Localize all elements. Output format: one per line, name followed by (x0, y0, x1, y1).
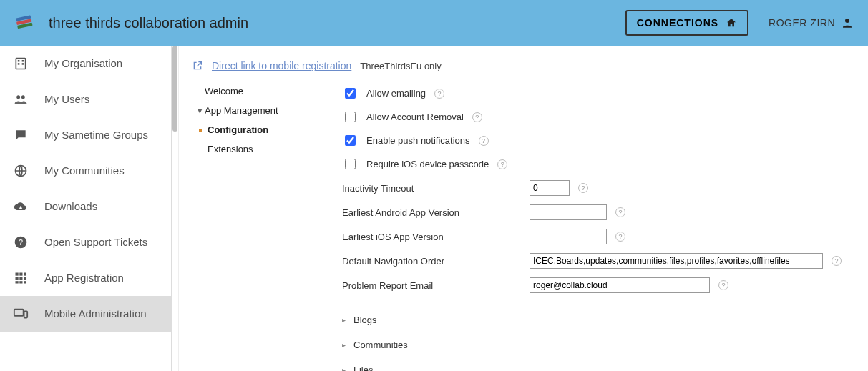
svg-rect-22 (24, 281, 26, 283)
help-icon[interactable]: ? (472, 112, 482, 122)
inactivity-timeout-input[interactable] (530, 180, 570, 196)
chevron-right-icon: ▸ (342, 316, 348, 324)
svg-point-3 (845, 19, 849, 23)
connections-button[interactable]: CONNECTIONS (625, 10, 748, 36)
svg-rect-16 (24, 273, 26, 276)
enable-push-checkbox[interactable] (345, 135, 356, 146)
svg-rect-17 (16, 277, 19, 280)
earliest-android-input[interactable] (530, 204, 607, 220)
sidebar-item-label: App Registration (44, 272, 124, 285)
svg-rect-4 (16, 59, 25, 69)
require-passcode-checkbox[interactable] (345, 159, 356, 169)
help-icon[interactable]: ? (578, 183, 588, 193)
field-label: Require iOS device passcode (366, 159, 489, 169)
svg-rect-7 (18, 63, 19, 65)
field-label: Earliest Android App Version (342, 207, 521, 218)
row-earliest-android: Earliest Android App Version ? (342, 200, 855, 224)
field-label: Earliest iOS App Version (342, 232, 521, 242)
app-header: three thirds collaboration admin CONNECT… (0, 0, 868, 46)
tree-item-app-management[interactable]: ▾App Management (198, 101, 328, 120)
section-files[interactable]: ▸ Files (342, 357, 855, 371)
svg-rect-23 (14, 310, 24, 316)
field-label: Default Navigation Order (342, 256, 521, 267)
sidebar-item-label: Mobile Administration (44, 307, 147, 321)
chevron-right-icon: ▸ (342, 341, 348, 349)
allow-emailing-checkbox[interactable] (345, 88, 356, 99)
svg-rect-24 (24, 311, 28, 317)
help-icon[interactable]: ? (832, 256, 842, 266)
sidebar-item-mobile-admin[interactable]: Mobile Administration (0, 296, 171, 332)
field-label: Inactivity Timeout (342, 183, 521, 194)
sidebar-item-label: Downloads (44, 200, 97, 214)
sidebar-item-label: My Communities (44, 164, 125, 178)
section-label: Files (353, 365, 373, 371)
header-left: three thirds collaboration admin (14, 13, 248, 33)
globe-icon (13, 163, 29, 179)
help-icon[interactable]: ? (615, 207, 625, 217)
svg-rect-20 (16, 281, 19, 283)
help-icon[interactable]: ? (479, 136, 489, 146)
home-icon (726, 17, 737, 29)
sidebar-item-communities[interactable]: My Communities (0, 153, 171, 189)
sidebar-item-label: Open Support Tickets (44, 236, 147, 249)
sidebar-item-organisation[interactable]: My Organisation (0, 46, 171, 81)
allow-account-removal-checkbox[interactable] (345, 112, 356, 122)
apps-grid-icon (13, 270, 29, 286)
svg-rect-8 (22, 63, 24, 65)
field-label: Problem Report Email (342, 280, 521, 291)
row-problem-email: Problem Report Email ? (342, 273, 855, 297)
section-communities[interactable]: ▸ Communities (342, 332, 855, 357)
app-logo-icon (14, 13, 34, 33)
section-label: Communities (353, 340, 408, 350)
row-default-nav-order: Default Navigation Order ? (342, 249, 855, 273)
cloud-download-icon (13, 199, 29, 214)
tree-label: App Management (205, 105, 278, 116)
help-icon: ? (13, 234, 29, 250)
sidebar-item-sametime-groups[interactable]: My Sametime Groups (0, 117, 171, 153)
sidebar-item-label: My Users (44, 93, 89, 107)
user-menu[interactable]: ROGER ZIRN (769, 16, 854, 29)
svg-rect-15 (19, 273, 22, 276)
sidebar-item-users[interactable]: My Users (0, 81, 171, 117)
chevron-down-icon: ▾ (198, 105, 205, 116)
chat-icon (13, 127, 29, 143)
sidebar-item-support-tickets[interactable]: ? Open Support Tickets (0, 224, 171, 260)
tree-item-welcome[interactable]: Welcome (198, 81, 328, 101)
tree-item-extensions[interactable]: Extensions (198, 139, 328, 159)
people-icon (13, 91, 29, 107)
sidebar-scrollbar[interactable] (172, 46, 179, 371)
svg-rect-21 (19, 281, 22, 283)
section-label: Blogs (353, 315, 377, 325)
building-icon (13, 56, 29, 71)
earliest-ios-input[interactable] (530, 229, 607, 244)
tree-item-configuration[interactable]: Configuration (198, 120, 328, 139)
tree-label: Extensions (208, 144, 253, 154)
direct-link-mobile-registration[interactable]: Direct link to mobile registration (212, 60, 351, 71)
row-earliest-ios: Earliest iOS App Version ? (342, 224, 855, 249)
direct-link-row: Direct link to mobile registration Three… (192, 60, 855, 71)
sidebar-item-label: My Sametime Groups (44, 129, 148, 142)
help-icon[interactable]: ? (615, 232, 625, 242)
section-blogs[interactable]: ▸ Blogs (342, 307, 855, 332)
header-right: CONNECTIONS ROGER ZIRN (625, 10, 854, 36)
svg-point-10 (21, 95, 25, 99)
field-label: Allow emailing (366, 88, 426, 99)
user-name: ROGER ZIRN (769, 17, 835, 29)
default-nav-order-input[interactable] (530, 253, 823, 269)
row-require-passcode: Require iOS device passcode ? (342, 152, 855, 176)
help-icon[interactable]: ? (718, 280, 728, 290)
row-inactivity-timeout: Inactivity Timeout ? (342, 176, 855, 200)
svg-point-9 (16, 95, 20, 99)
problem-email-input[interactable] (530, 277, 710, 293)
chevron-right-icon: ▸ (342, 366, 348, 371)
direct-link-suffix: ThreeThirdsEu only (360, 61, 441, 71)
sidebar-item-downloads[interactable]: Downloads (0, 189, 171, 224)
sidebar-item-app-registration[interactable]: App Registration (0, 260, 171, 296)
help-icon[interactable]: ? (434, 89, 444, 99)
scrollbar-thumb[interactable] (172, 46, 177, 132)
svg-rect-19 (24, 277, 26, 280)
help-icon[interactable]: ? (497, 159, 507, 169)
settings-tree: Welcome ▾App Management Configuration Ex… (192, 81, 328, 371)
svg-rect-18 (19, 277, 22, 280)
main-content: Direct link to mobile registration Three… (179, 46, 868, 371)
